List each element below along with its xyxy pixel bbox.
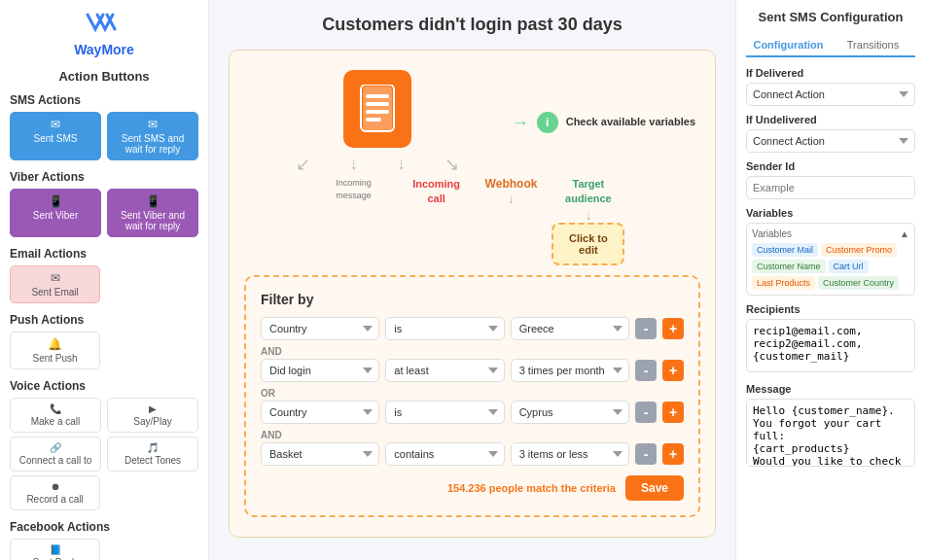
filter-add-3[interactable]: + [662, 402, 684, 423]
check-vars-text: Check available variables [566, 115, 695, 129]
panel-tabs: Configuration Transitions [746, 34, 915, 57]
filter-field-2[interactable]: Did login [261, 359, 379, 382]
viber-actions-title: Viber Actions [10, 170, 198, 184]
filter-connector-or: OR [261, 388, 684, 399]
connect-icon: 🔗 [50, 442, 61, 453]
tab-transitions[interactable]: Transitions [831, 34, 915, 55]
variables-header: Variables ▲ [752, 228, 909, 239]
filter-field-1[interactable]: Country [261, 317, 379, 340]
incoming-message-node[interactable]: Incoming message [320, 177, 388, 265]
incoming-call-node[interactable]: Incoming call [403, 177, 471, 265]
if-undelivered-select[interactable]: Connect Action [746, 129, 915, 153]
filter-row-2: Did login at least 3 times per month - + [261, 359, 684, 382]
sent-sms-button[interactable]: ✉ Sent SMS [10, 112, 101, 160]
filter-remove-3[interactable]: - [635, 402, 657, 423]
filter-value-4[interactable]: 3 items or less [511, 442, 629, 466]
filter-connector-and-2: AND [261, 430, 684, 440]
filter-row-4: Basket contains 3 items or less - + [261, 442, 684, 466]
sms-node-icon [343, 70, 411, 148]
make-call-button[interactable]: 📞 Make a call [10, 398, 101, 433]
email-icon: ✉ [51, 271, 60, 285]
connect-call-button[interactable]: 🔗 Connect a call to [10, 437, 101, 472]
sent-viber-wait-button[interactable]: 📱 Sent Viber and wait for reply [107, 189, 198, 237]
filter-add-1[interactable]: + [662, 318, 684, 339]
record-call-button[interactable]: ⏺ Record a call [10, 475, 100, 510]
detect-tones-button[interactable]: 🎵 Detect Tones [107, 437, 198, 472]
var-cart-url[interactable]: Cart Url [829, 260, 869, 273]
push-actions-group: Push Actions 🔔 Sent Push [10, 313, 198, 369]
sender-id-input[interactable] [746, 176, 915, 199]
click-to-edit-box[interactable]: Click to edit [551, 223, 624, 265]
sent-viber-button[interactable]: 📱 Sent Viber [10, 189, 101, 237]
sent-push-button[interactable]: 🔔 Sent Push [10, 332, 100, 369]
filter-add-2[interactable]: + [662, 360, 684, 381]
var-customer-promo[interactable]: Customer Promo [821, 243, 897, 257]
target-audience-node[interactable]: Target audience ↓ Click to edit [551, 177, 624, 265]
if-undelivered-label: If Undelivered [746, 114, 915, 125]
sent-email-button[interactable]: ✉ Sent Email [10, 265, 100, 303]
filter-operator-4[interactable]: contains [385, 442, 504, 466]
main-content: Customers didn't login past 30 days [209, 0, 735, 560]
tab-configuration[interactable]: Configuration [746, 34, 831, 57]
filter-box: Filter by Country is Greece - + AND [244, 275, 700, 517]
sidebar-title: Action Buttons [10, 69, 198, 84]
filter-remove-4[interactable]: - [635, 443, 657, 465]
recipients-textarea[interactable]: recip1@email.com, recip2@email.com, {cus… [746, 319, 915, 372]
check-vars-section: → i Check available variables [512, 112, 695, 133]
logo: WayMore [10, 10, 198, 57]
if-delivered-label: If Delivered [746, 67, 915, 79]
play-icon: ▶ [149, 403, 157, 414]
filter-operator-3[interactable]: is [385, 401, 504, 424]
svg-rect-2 [366, 102, 389, 106]
save-button[interactable]: Save [625, 475, 684, 501]
filter-remove-2[interactable]: - [635, 360, 657, 381]
record-icon: ⏺ [51, 481, 60, 492]
variables-box: Variables ▲ Customer Mail Customer Promo… [746, 223, 915, 296]
arrow-center-left: ↓ [349, 154, 358, 175]
variables-label: Variables [746, 207, 915, 219]
var-tags: Customer Mail Customer Promo Customer Na… [752, 243, 909, 290]
logo-text: WayMore [10, 42, 198, 57]
webhook-arrow-down: ↓ [508, 191, 515, 206]
svg-rect-1 [366, 94, 389, 98]
arrow-left: ↙ [296, 154, 310, 175]
filter-value-1[interactable]: Greece [511, 317, 629, 340]
webhook-node[interactable]: Webhook ↓ [485, 177, 538, 265]
filter-field-4[interactable]: Basket [261, 442, 379, 466]
workflow-canvas: ↙ ↓ ↓ ↘ → i Check available variables [229, 50, 716, 538]
email-actions-group: Email Actions ✉ Sent Email [10, 247, 198, 303]
var-customer-mail[interactable]: Customer Mail [752, 243, 818, 257]
say-play-button[interactable]: ▶ Say/Play [107, 398, 198, 433]
message-textarea[interactable]: Hello {customer_name}. You forgot your c… [746, 399, 915, 467]
recipients-label: Recipients [746, 303, 915, 315]
viber-icon: 📱 [49, 194, 63, 208]
fb-push-button[interactable]: 📘 Sent Push [10, 539, 100, 560]
filter-value-2[interactable]: 3 times per month [511, 359, 629, 382]
viber-actions-group: Viber Actions 📱 Sent Viber 📱 Sent Viber … [10, 170, 198, 237]
right-arrow-icon: → [512, 113, 529, 133]
var-last-products[interactable]: Last Products [752, 276, 815, 290]
svg-rect-0 [363, 87, 392, 131]
voice-actions-group: Voice Actions 📞 Make a call ▶ Say/Play 🔗… [10, 379, 198, 510]
filter-row-1: Country is Greece - + [261, 317, 684, 340]
facebook-actions-group: Facebook Actions 📘 Sent Push [10, 520, 198, 560]
filter-footer: 154.236 people match the criteria Save [261, 475, 684, 501]
workflow-nodes-row: Incoming message Incoming call Webhook ↓… [244, 177, 700, 265]
sms-center-node: ↙ ↓ ↓ ↘ [296, 70, 459, 175]
filter-operator-2[interactable]: at least [385, 359, 504, 382]
sent-sms-wait-button[interactable]: ✉ Sent SMS and wait for reply [107, 112, 198, 160]
filter-operator-1[interactable]: is [385, 317, 504, 340]
fb-icon: 📘 [50, 544, 61, 555]
push-actions-title: Push Actions [10, 313, 198, 327]
sidebar: WayMore Action Buttons SMS Actions ✉ Sen… [0, 0, 209, 560]
filter-connector-and-1: AND [261, 346, 684, 357]
var-customer-name[interactable]: Customer Name [752, 260, 826, 273]
if-delivered-select[interactable]: Connect Action [746, 83, 915, 106]
filter-field-3[interactable]: Country [261, 401, 379, 424]
var-customer-country[interactable]: Customer Country [818, 276, 899, 290]
filter-value-3[interactable]: Cyprus [511, 401, 629, 424]
push-icon: 🔔 [48, 337, 62, 351]
email-actions-title: Email Actions [10, 247, 198, 261]
filter-add-4[interactable]: + [662, 443, 684, 465]
filter-remove-1[interactable]: - [635, 318, 657, 339]
